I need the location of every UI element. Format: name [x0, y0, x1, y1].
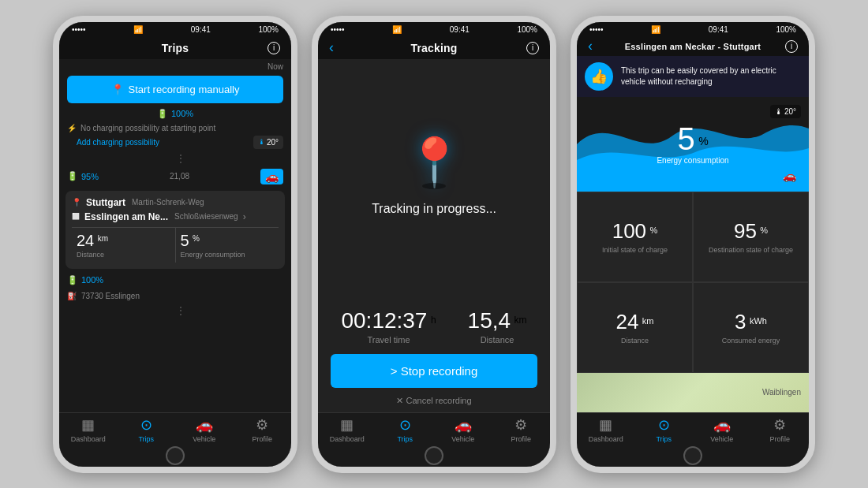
cancel-recording-row[interactable]: ✕ Cancel recording	[396, 396, 471, 412]
back-button-2[interactable]: ‹	[329, 39, 334, 56]
start-recording-label: Start recording manually	[129, 84, 240, 95]
nav-header-3: ‹ Esslingen am Neckar - Stuttgart i	[577, 37, 809, 56]
tab-vehicle-1[interactable]: 🚗 Vehicle	[175, 416, 234, 443]
from-pin-icon: 📍	[72, 198, 81, 207]
tab-trips-3[interactable]: ⊙ Trips	[635, 416, 694, 443]
tab-trips-2[interactable]: ⊙ Trips	[376, 416, 435, 443]
trips-label-3: Trips	[656, 435, 672, 443]
vehicle-label-3: Vehicle	[710, 435, 733, 443]
home-button-1	[59, 445, 291, 467]
back-button-3[interactable]: ‹	[588, 38, 593, 54]
nav-title-2: Tracking	[410, 42, 457, 54]
info-icon-3[interactable]: i	[785, 40, 798, 53]
tracking-screen: 📍 Tracking in progress... 00:12:37 h Tra…	[318, 59, 550, 412]
info-icon-2[interactable]: i	[526, 42, 539, 54]
trip-distance-value: 24	[77, 232, 94, 249]
stop-recording-button[interactable]: > Stop recording	[331, 354, 537, 388]
tab-bar-3: ▦ Dashboard ⊙ Trips 🚗 Vehicle ⚙ Profile	[577, 412, 809, 445]
dashboard-icon-2: ▦	[340, 416, 354, 434]
start-recording-button[interactable]: 📍 Start recording manually	[67, 76, 283, 103]
dest-charge-cell: 95 % Destination state of charge	[693, 192, 809, 282]
dots-divider-2: ⋮	[70, 304, 291, 318]
energy-consumption-unit: %	[698, 135, 708, 147]
to-dot-icon: ⬜	[72, 213, 80, 220]
travel-time-unit: h	[431, 314, 436, 325]
status-bar-1: ••••• 📶 09:41 100%	[59, 22, 291, 37]
phone-1: ••••• 📶 09:41 100% Trips i Now 📍 Start r…	[53, 16, 297, 473]
travel-time-value: 00:12:37	[341, 308, 427, 333]
trip-to-name: Esslingen am Ne...	[84, 211, 168, 222]
signal-dots-2: •••••	[331, 25, 345, 34]
car-icon-badge: 🚗	[260, 169, 283, 184]
home-circle-2[interactable]	[425, 446, 443, 465]
vehicle-label-2: Vehicle	[451, 435, 474, 443]
add-charging-row[interactable]: Add charging possibility 🌡 20°	[59, 135, 291, 151]
home-circle-3[interactable]	[683, 446, 702, 465]
phone-2: ••••• 📶 09:41 100% ‹ Tracking i 📍 Tracki…	[312, 16, 556, 473]
wifi-icon-1: 📶	[133, 25, 143, 34]
cancel-recording-text[interactable]: ✕ Cancel recording	[396, 396, 471, 406]
tab-trips-1[interactable]: ⊙ Trips	[118, 416, 176, 443]
nav-header-2: ‹ Tracking i	[318, 37, 550, 59]
status-bar-3: ••••• 📶 09:41 100%	[577, 22, 809, 37]
distance-cell: 24 km Distance	[577, 282, 693, 373]
temperature-badge-1: 🌡 20°	[253, 136, 283, 149]
now-label: Now	[59, 59, 291, 73]
trip-to-row: ⬜ Esslingen am Ne... Schloßwiesenweg ›	[72, 211, 279, 222]
no-charging-text: No charging possibility at starting poin…	[80, 124, 215, 132]
map-label: Waiblingen	[762, 388, 801, 397]
no-charging-icon: ⚡	[67, 124, 77, 132]
stats-grid: 100 % Initial state of charge 95 % Desti…	[577, 192, 809, 373]
tab-vehicle-2[interactable]: 🚗 Vehicle	[434, 416, 492, 443]
initial-charge-value: 100	[612, 219, 646, 243]
tab-profile-3[interactable]: ⚙ Profile	[751, 416, 810, 443]
add-charging-text[interactable]: Add charging possibility	[77, 138, 159, 147]
arrow-right-icon: ›	[243, 211, 246, 222]
temp-value-3: 20°	[784, 107, 796, 116]
car-icon-badge-3: 🚗	[778, 168, 801, 184]
signal-dots-3: •••••	[589, 25, 604, 34]
battery-1: 100%	[258, 25, 279, 34]
battery-2: 100%	[517, 25, 537, 34]
trips-label-1: Trips	[138, 435, 154, 443]
tracking-stats: 00:12:37 h Travel time 15,4 km Distance	[341, 296, 526, 354]
tab-profile-2[interactable]: ⚙ Profile	[492, 416, 551, 443]
trips-icon-1: ⊙	[140, 416, 152, 434]
vehicle-icon-1: 🚗	[196, 416, 213, 434]
trips-screen: Now 📍 Start recording manually 🔋 100% ⚡ …	[59, 59, 291, 412]
tab-dashboard-2[interactable]: ▦ Dashboard	[318, 416, 376, 443]
tracking-in-progress-text: Tracking in progress...	[372, 202, 496, 216]
nav-title-1: Trips	[162, 42, 189, 54]
dest-charge-label: Destination state of charge	[709, 246, 793, 254]
status-bar-2: ••••• 📶 09:41 100%	[318, 22, 550, 37]
tab-dashboard-1[interactable]: ▦ Dashboard	[59, 416, 118, 443]
trips-icon-2: ⊙	[399, 416, 411, 434]
trip-card[interactable]: 📍 Stuttgart Martin-Schrenk-Weg ⬜ Essling…	[65, 191, 285, 269]
no-charging-row: ⚡ No charging possibility at starting po…	[59, 121, 291, 135]
tab-dashboard-3[interactable]: ▦ Dashboard	[577, 416, 635, 443]
info-icon-1[interactable]: i	[268, 42, 280, 54]
consumed-energy-unit: kWh	[750, 316, 767, 326]
trip-from-street: Martin-Schrenk-Weg	[132, 198, 204, 207]
temperature-badge-3: 🌡 20°	[770, 105, 801, 118]
travel-time-stat: 00:12:37 h Travel time	[341, 308, 436, 345]
energy-card: 🌡 20° 5 % Energy consumption 🚗	[577, 97, 809, 192]
dashboard-icon-3: ▦	[599, 416, 612, 434]
tab-profile-1[interactable]: ⚙ Profile	[234, 416, 292, 443]
km-label: 21,08	[170, 172, 189, 181]
battery-3: 100%	[776, 25, 796, 34]
gas-station-icon: ⛽	[67, 292, 77, 300]
trip-energy-unit: %	[193, 233, 200, 242]
profile-icon-2: ⚙	[514, 416, 527, 434]
battery-percent-1: 100%	[171, 109, 193, 118]
profile-label-2: Profile	[511, 435, 531, 443]
ev-thumbs-up-icon: 👍	[585, 62, 613, 91]
dots-divider-1: ⋮	[70, 151, 291, 166]
home-circle-1[interactable]	[166, 446, 185, 465]
distance-unit: km	[514, 314, 527, 325]
dashboard-label-3: Dashboard	[589, 435, 623, 443]
trip-distance-label: Distance	[77, 251, 170, 259]
tab-vehicle-3[interactable]: 🚗 Vehicle	[693, 416, 751, 443]
battery-indicator-icon-1: 🔋	[157, 109, 168, 119]
signal-dots-1: •••••	[72, 25, 86, 34]
